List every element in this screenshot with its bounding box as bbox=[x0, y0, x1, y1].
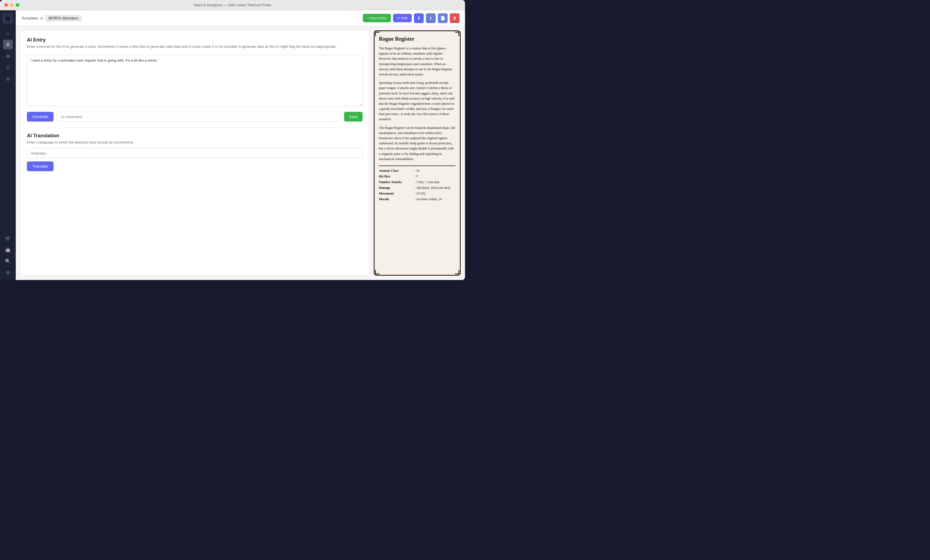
stat-label: Movement bbox=[379, 192, 414, 196]
stat-value: 5 bbox=[416, 175, 456, 178]
preview-card: Rogue Register The Rogue Register is a c… bbox=[374, 31, 460, 276]
card-paragraph-2: Sprouting vicious teeth and a long, preh… bbox=[379, 80, 456, 122]
sidebar-item-robot[interactable]: 🤖 bbox=[3, 245, 13, 255]
app-logo: 🏛 bbox=[2, 13, 13, 24]
card-corner-bl bbox=[375, 270, 379, 274]
save-button[interactable]: Save bbox=[344, 112, 363, 121]
ai-entry-section: AI Entry Enter a prompt for the AI to ge… bbox=[27, 37, 363, 49]
top-bar-actions: + New Entry ✏ Edit ⬇ ℹ 📄 🗑 bbox=[363, 13, 460, 23]
sidebar-item-home[interactable]: ⌂ bbox=[3, 28, 13, 38]
maximize-button[interactable] bbox=[16, 3, 19, 7]
translate-button[interactable]: Translate bbox=[27, 161, 54, 171]
ai-translation-description: Enter a language to which the selected e… bbox=[27, 140, 363, 145]
sidebar-item-cart[interactable]: 🛒 bbox=[3, 233, 13, 243]
stat-label: Number Attacks bbox=[379, 180, 414, 184]
ai-prompt-textarea[interactable]: I want a entry for a animated cash regis… bbox=[27, 55, 363, 106]
ai-translation-title: AI Translation bbox=[27, 133, 363, 139]
stat-value: 10' (0') bbox=[416, 192, 456, 196]
card-corner-br bbox=[455, 270, 459, 274]
generate-row: Generate Save bbox=[27, 112, 363, 122]
stat-row: Hit Dice : 5 bbox=[379, 175, 456, 178]
left-panel: AI Entry Enter a prompt for the AI to ge… bbox=[20, 31, 370, 276]
stat-label: Morale bbox=[379, 197, 414, 201]
top-bar: Templates ▶ BFRPG Monsters + New Entry ✏… bbox=[16, 10, 465, 26]
ai-entry-description: Enter a prompt for the AI to generate a … bbox=[27, 44, 363, 49]
traffic-lights bbox=[5, 3, 19, 7]
breadcrumb-current: BFRPG Monsters bbox=[45, 15, 82, 21]
card-paragraph-1: The Rogue Register is a creature that at… bbox=[379, 46, 456, 77]
new-entry-button[interactable]: + New Entry bbox=[363, 14, 391, 22]
stat-row: Armour Class : 16 bbox=[379, 169, 456, 173]
stat-row: Number Attacks : 1 bite, 1 coin shot bbox=[379, 180, 456, 184]
card-title: Rogue Register bbox=[379, 35, 456, 42]
sidebar-item-filters[interactable]: ⊟ bbox=[3, 74, 13, 84]
card-corner-tr bbox=[455, 32, 459, 36]
title-bar: Sales & Dungeons — D&D meets Thermal Pri… bbox=[0, 0, 465, 10]
stat-row: Damage : 1d6 (bite), 1d4 (coin shot) bbox=[379, 186, 456, 190]
download-button[interactable]: ⬇ bbox=[414, 13, 424, 23]
sidebar-item-people[interactable]: ⊞ bbox=[3, 51, 13, 61]
ai-translation-section: AI Translation Enter a language to which… bbox=[27, 127, 363, 172]
minimize-button[interactable] bbox=[10, 3, 14, 7]
language-input[interactable] bbox=[27, 148, 363, 158]
stat-label: Damage bbox=[379, 186, 414, 190]
stat-value: 10 when visible, 14 bbox=[416, 197, 456, 201]
ai-entry-title: AI Entry bbox=[27, 37, 363, 43]
card-stats: Armour Class : 16 Hit Dice : 5 Number At… bbox=[379, 166, 456, 201]
stat-value: 1 bite, 1 coin shot bbox=[416, 180, 456, 184]
close-button[interactable] bbox=[5, 3, 8, 7]
card-paragraph-3: The Rogue Register can be found in aband… bbox=[379, 125, 456, 162]
generate-button[interactable]: Generate bbox=[27, 112, 54, 121]
breadcrumb-separator: ▶ bbox=[41, 16, 43, 20]
window-title: Sales & Dungeons — D&D meets Thermal Pri… bbox=[193, 3, 271, 7]
ai-generated-input[interactable] bbox=[57, 112, 341, 122]
stat-label: Hit Dice bbox=[379, 175, 414, 178]
info-button[interactable]: ℹ bbox=[426, 13, 436, 23]
doc-button[interactable]: 📄 bbox=[438, 13, 448, 23]
stat-row: Movement : 10' (0') bbox=[379, 192, 456, 196]
breadcrumb: Templates ▶ BFRPG Monsters bbox=[21, 15, 82, 21]
sidebar-item-forms[interactable]: ☑ bbox=[3, 62, 13, 72]
sidebar-item-settings[interactable]: ⚙ bbox=[3, 267, 13, 277]
stat-row: Morale : 10 when visible, 14 bbox=[379, 197, 456, 201]
breadcrumb-link[interactable]: Templates bbox=[21, 16, 38, 20]
delete-button[interactable]: 🗑 bbox=[450, 13, 460, 23]
edit-button[interactable]: ✏ Edit bbox=[393, 14, 412, 22]
stat-label: Armour Class bbox=[379, 169, 414, 173]
sidebar-item-search[interactable]: 🔍 bbox=[3, 256, 13, 266]
sidebar-item-documents[interactable]: ☰ bbox=[3, 40, 13, 49]
stat-value: 16 bbox=[416, 169, 456, 173]
sidebar: 🏛 ⌂ ☰ ⊞ ☑ ⊟ 🛒 🤖 🔍 ⚙ bbox=[0, 10, 16, 280]
stat-value: 1d6 (bite), 1d4 (coin shot) bbox=[416, 186, 456, 190]
